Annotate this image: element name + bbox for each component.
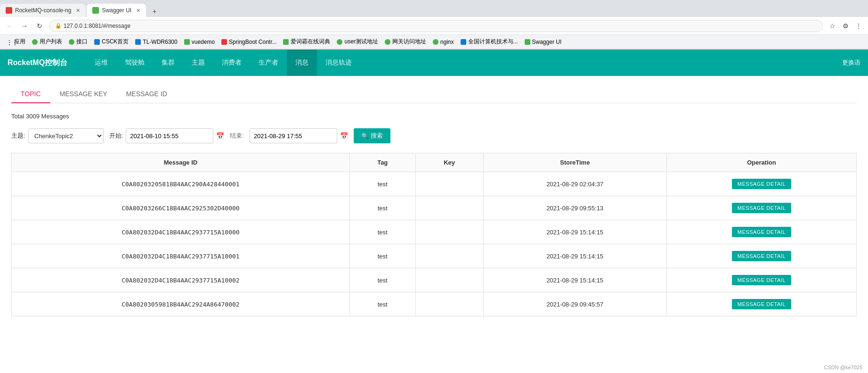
browser-tab-rocketmq[interactable]: RocketMQ-console-ng ✕ [0,4,86,17]
start-input[interactable] [126,128,213,143]
bookmark-api-icon [69,39,74,45]
bookmark-apps[interactable]: ⋮⋮ 应用 [4,37,28,47]
col-key: Key [415,153,483,172]
app-title: RocketMQ控制台 [8,58,67,68]
bookmark-iciba[interactable]: 爱词霸在线词典 [280,37,333,47]
bookmark-userlist[interactable]: 用户列表 [29,37,65,47]
nav-menu: 运维 驾驶舱 集群 主题 消费者 生产者 消息 消息轨迹 [86,50,842,76]
message-detail-button-0[interactable]: MESSAGE DETAIL [732,179,791,189]
tab-close-swagger[interactable]: ✕ [136,8,140,14]
cell-store-time-1: 2021-08-29 09:55:13 [483,196,666,220]
cell-key-3 [415,244,483,268]
message-detail-button-1[interactable]: MESSAGE DETAIL [732,203,791,213]
cell-operation-1: MESSAGE DETAIL [666,196,856,220]
bookmark-gateway-icon [385,39,390,45]
bookmark-vuedemo-label: vuedemo [192,39,215,45]
bookmark-api[interactable]: 接口 [66,37,90,47]
browser-tabs: RocketMQ-console-ng ✕ Swagger UI ✕ + [0,0,868,17]
search-button[interactable]: 🔍 搜索 [354,128,390,143]
nav-item-jiashicang[interactable]: 驾驶舱 [116,50,153,76]
tab-favicon-swagger [92,7,99,14]
more-button[interactable]: ⋮ [853,20,864,32]
nav-item-yunwei[interactable]: 运维 [86,50,116,76]
bookmark-nginx[interactable]: nginx [430,38,457,46]
message-detail-button-3[interactable]: MESSAGE DETAIL [732,251,791,261]
bookmark-gateway-label: 网关访问地址 [392,38,426,46]
tab-message-key[interactable]: MESSAGE KEY [50,85,117,103]
back-button[interactable]: ← [4,20,15,32]
top-nav: RocketMQ控制台 运维 驾驶舱 集群 主题 消费者 生产者 消息 消息轨迹… [0,50,868,76]
nav-item-xiaoxi[interactable]: 消息 [287,50,317,76]
bookmark-gateway[interactable]: 网关访问地址 [382,37,429,47]
message-detail-button-2[interactable]: MESSAGE DETAIL [732,227,791,237]
end-label: 结束: [230,132,244,140]
col-message-id: Message ID [12,153,350,172]
bookmark-computer[interactable]: 全国计算机技术与... [458,37,521,47]
cell-tag-0: test [349,172,415,196]
summary-text: Total 3009 Messages [11,113,857,120]
nav-right-language[interactable]: 更换语 [842,58,860,67]
app-container: RocketMQ控制台 运维 驾驶舱 集群 主题 消费者 生产者 消息 消息轨迹… [0,50,868,373]
bookmark-swagger-icon [525,39,530,45]
topic-label: 主题: [11,132,25,140]
cell-key-0 [415,172,483,196]
bookmark-tl[interactable]: TL-WDR6300 [132,38,180,46]
browser-tab-swagger[interactable]: Swagger UI ✕ [87,4,146,17]
bookmark-star-button[interactable]: ☆ [827,20,838,32]
end-calendar-icon[interactable]: 📅 [340,132,348,140]
bookmark-nginx-icon [433,39,438,45]
bookmark-userlist-label: 用户列表 [40,38,62,46]
refresh-button[interactable]: ↻ [34,20,45,32]
bookmark-api-label: 接口 [76,38,88,46]
bookmark-springboot[interactable]: SpringBoot Contr... [219,38,279,46]
bookmark-tl-icon [135,39,141,45]
cell-operation-4: MESSAGE DETAIL [666,268,856,292]
cell-operation-3: MESSAGE DETAIL [666,244,856,268]
extensions-button[interactable]: ⚙ [840,20,851,32]
bookmark-vuedemo[interactable]: vuedemo [181,38,218,46]
bookmark-swagger[interactable]: Swagger UI [522,38,565,46]
bookmark-user-test-icon [337,39,342,45]
table-body: C0A80203205818B4AAC290A428440001 test 20… [12,172,857,316]
bookmark-iciba-icon [283,39,289,45]
tab-topic[interactable]: TOPIC [11,85,50,103]
apps-icon: ⋮⋮ [7,39,12,45]
cell-tag-4: test [349,268,415,292]
browser-actions: ☆ ⚙ ⋮ [827,20,864,32]
cell-store-time-2: 2021-08-29 15:14:15 [483,220,666,244]
cell-message-id-1: C0A80203266C18B4AAC2925302D40000 [12,196,350,220]
nav-item-xiaofei[interactable]: 消费者 [213,50,250,76]
message-detail-button-5[interactable]: MESSAGE DETAIL [732,299,791,309]
nav-item-guiji[interactable]: 消息轨迹 [317,50,360,76]
bookmark-apps-label: 应用 [14,38,25,46]
bookmark-csck[interactable]: CSCK首页 [91,37,131,47]
cell-message-id-0: C0A80203205818B4AAC290A428440001 [12,172,350,196]
start-calendar-icon[interactable]: 📅 [216,132,224,140]
tab-close-rocketmq[interactable]: ✕ [76,8,80,14]
nav-item-jiqun[interactable]: 集群 [153,50,183,76]
bookmark-csck-icon [94,39,100,45]
cell-tag-2: test [349,220,415,244]
topic-select[interactable]: ChenkeTopic2 [28,128,104,143]
nav-item-zhuti[interactable]: 主题 [183,50,213,76]
bookmark-user-test-label: user测试地址 [344,38,378,46]
address-bar[interactable]: 🔒 127.0.0.1:8081/#/message [49,20,823,32]
message-detail-button-4[interactable]: MESSAGE DETAIL [732,275,791,285]
col-tag: Tag [349,153,415,172]
col-operation: Operation [666,153,856,172]
cell-operation-5: MESSAGE DETAIL [666,292,856,316]
cell-key-2 [415,220,483,244]
nav-item-shengchan[interactable]: 生产者 [250,50,287,76]
forward-button[interactable]: → [19,20,30,32]
cell-tag-5: test [349,292,415,316]
cell-tag-3: test [349,244,415,268]
tab-message-id[interactable]: MESSAGE ID [117,85,177,103]
bookmark-user-test[interactable]: user测试地址 [334,37,381,47]
col-store-time: StoreTime [483,153,666,172]
tab-bar: TOPIC MESSAGE KEY MESSAGE ID [11,85,857,103]
table-header: Message ID Tag Key StoreTime Operation [12,153,857,172]
table-row: C0A80203059818B4AAC2924A86470002 test 20… [12,292,857,316]
end-input[interactable] [250,128,337,143]
main-content: TOPIC MESSAGE KEY MESSAGE ID Total 3009 … [0,76,868,326]
new-tab-button[interactable]: + [149,6,160,17]
